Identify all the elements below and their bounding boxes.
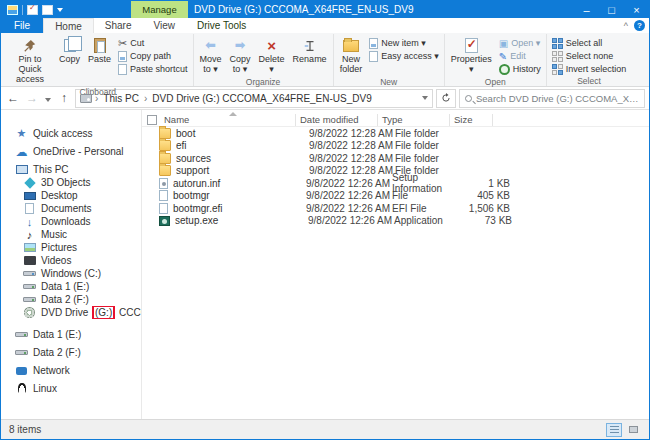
history-button[interactable]: History <box>497 63 543 75</box>
red-annotation-box: (G:) <box>92 306 115 319</box>
file-row-setup-exe[interactable]: setup.exe9/8/2022 12:26 AMApplication73 … <box>142 215 649 228</box>
easy-access-button[interactable]: Easy access ▾ <box>367 50 441 62</box>
file-row-efi[interactable]: efi9/8/2022 12:28 AMFile folder <box>142 140 649 153</box>
sidebar-item-data-1-e[interactable]: Data 1 (E:) <box>1 328 141 341</box>
ribbon: Pin to Quick access Copy Paste ✂ Cut <box>1 33 649 87</box>
refresh-icon <box>441 93 451 103</box>
address-dropdown-chevron-icon[interactable] <box>422 96 428 100</box>
copy-path-button[interactable]: Copy path <box>116 50 190 62</box>
sidebar-item-data-1-e[interactable]: Data 1 (E:) <box>1 280 141 293</box>
minimize-button[interactable]: – <box>574 1 599 18</box>
column-header-size[interactable]: Size <box>450 114 492 126</box>
column-header-name[interactable]: Name <box>157 114 295 126</box>
sidebar-item-pictures[interactable]: Pictures <box>1 241 141 254</box>
file-date: 9/8/2022 12:28 AM <box>309 128 395 139</box>
copy-button[interactable]: Copy <box>56 36 83 66</box>
sidebar-item-label: Data 2 (F:) <box>41 294 89 305</box>
file-name: bootmgr <box>173 190 306 201</box>
sidebar-item-videos[interactable]: Videos <box>1 254 141 267</box>
file-row-autorun-inf[interactable]: autorun.inf9/8/2022 12:26 AMSetup Inform… <box>142 177 649 190</box>
ribbon-group-select: Select all Select none Invert selection … <box>546 34 632 86</box>
qat-customize-chevron-icon[interactable] <box>57 8 63 12</box>
invert-selection-button[interactable]: Invert selection <box>550 63 629 75</box>
sidebar-item-label: DVD Drive (G:) CCCOMA_X64FRE_E <box>41 307 141 318</box>
help-icon[interactable]: ? <box>634 20 645 31</box>
move-to-button[interactable]: ⬅ Move to ▾ <box>197 36 225 76</box>
file-row-boot[interactable]: boot9/8/2022 12:28 AMFile folder <box>142 127 649 140</box>
new-folder-icon <box>343 37 359 54</box>
file-row-bootmgr-efi[interactable]: bootmgr.efi9/8/2022 12:26 AMEFI File1,50… <box>142 202 649 215</box>
sidebar-item-dvd-drive-g[interactable]: DVD Drive (G:) CCCOMA_X64FRE_E <box>1 306 141 319</box>
refresh-button[interactable] <box>436 89 456 108</box>
close-button[interactable]: × <box>624 1 649 18</box>
tab-file[interactable]: File <box>1 18 43 33</box>
select-all-checkbox[interactable] <box>147 115 157 125</box>
sidebar-item-desktop[interactable]: Desktop <box>1 189 141 202</box>
sidebar-item-network[interactable]: Network <box>1 364 141 377</box>
tab-share[interactable]: Share <box>94 18 143 33</box>
file-date: 9/8/2022 12:28 AM <box>309 153 395 164</box>
drive-icon <box>23 281 36 293</box>
sidebar-item-windows-c[interactable]: Windows (C:) <box>1 267 141 280</box>
new-folder-button[interactable]: New folder <box>337 36 366 76</box>
rename-button[interactable]: Rename <box>290 36 330 66</box>
copy-to-button[interactable]: ➡ Copy to ▾ <box>227 36 254 76</box>
sort-ascending-icon <box>229 112 237 116</box>
sidebar-item-onedrive-personal[interactable]: ☁OneDrive - Personal <box>1 145 141 158</box>
pictures-icon <box>23 242 36 254</box>
pin-to-quick-access-button[interactable]: Pin to Quick access <box>6 36 54 86</box>
file-type: File folder <box>395 153 471 164</box>
sidebar-item-this-pc[interactable]: This PC <box>1 163 141 176</box>
paste-shortcut-button[interactable]: Paste shortcut <box>116 63 190 75</box>
sidebar-item-label: This PC <box>33 164 69 175</box>
column-header-date-modified[interactable]: Date modified <box>296 114 377 126</box>
ribbon-group-clipboard: Pin to Quick access Copy Paste ✂ Cut <box>3 34 193 86</box>
sidebar-item-data-2-f[interactable]: Data 2 (F:) <box>1 293 141 306</box>
clipboard-group-label: Clipboard <box>6 86 190 99</box>
select-none-button[interactable]: Select none <box>550 50 629 62</box>
file-type: File folder <box>395 140 471 151</box>
tab-drive-tools[interactable]: Drive Tools <box>186 18 257 33</box>
select-all-button[interactable]: Select all <box>550 37 629 49</box>
properties-button[interactable]: Properties ▾ <box>448 36 495 76</box>
edit-button[interactable]: ✎ Edit <box>497 50 543 62</box>
qat-new-folder-icon[interactable] <box>42 5 53 15</box>
maximize-button[interactable]: □ <box>599 1 624 18</box>
details-view-icon <box>610 426 619 433</box>
file-size: 1,506 KB <box>468 203 512 214</box>
tab-home[interactable]: Home <box>43 18 94 33</box>
window-controls: – □ × <box>574 1 649 18</box>
history-clock-icon <box>499 64 510 75</box>
folder-icon <box>159 165 171 176</box>
delete-button[interactable]: × Delete ▾ <box>256 36 288 76</box>
open-button[interactable]: ▣ Open ▾ <box>497 37 543 49</box>
search-box[interactable]: Search DVD Drive (G:) CCCOMA_X64FRE_EN-U… <box>459 89 645 108</box>
tab-view[interactable]: View <box>143 18 187 33</box>
file-name: bootmgr.efi <box>173 203 306 214</box>
sidebar-item-3d-objects[interactable]: 3D Objects <box>1 176 141 189</box>
file-date: 9/8/2022 12:26 AM <box>306 178 392 189</box>
file-size: 73 KB <box>470 215 514 226</box>
this-pc-icon <box>15 164 28 176</box>
paste-button[interactable]: Paste <box>85 36 114 66</box>
column-header-type[interactable]: Type <box>378 114 449 126</box>
sidebar-item-documents[interactable]: Documents <box>1 202 141 215</box>
large-icons-view-icon <box>629 426 638 433</box>
sidebar-item-data-2-f[interactable]: Data 2 (F:) <box>1 346 141 359</box>
sidebar-item-linux[interactable]: Linux <box>1 382 141 395</box>
organize-group-label: Organize <box>197 76 330 89</box>
file-name: boot <box>176 128 309 139</box>
file-row-sources[interactable]: sources9/8/2022 12:28 AMFile folder <box>142 152 649 165</box>
window-title: DVD Drive (G:) CCCOMA_X64FRE_EN-US_DV9 <box>194 1 414 18</box>
file-row-bootmgr[interactable]: bootmgr9/8/2022 12:26 AMFile405 KB <box>142 190 649 203</box>
sidebar-item-quick-access[interactable]: ★Quick access <box>1 127 141 140</box>
sidebar-item-downloads[interactable]: ↓Downloads <box>1 215 141 228</box>
new-item-button[interactable]: New item ▾ <box>367 37 441 49</box>
large-icons-view-button[interactable] <box>625 423 641 437</box>
cut-button[interactable]: ✂ Cut <box>116 37 190 49</box>
sidebar-item-music[interactable]: ♪Music <box>1 228 141 241</box>
details-view-button[interactable] <box>606 423 622 437</box>
collapse-ribbon-icon[interactable]: ^ <box>624 21 628 31</box>
file-explorer-window: Manage DVD Drive (G:) CCCOMA_X64FRE_EN-U… <box>0 0 650 440</box>
qat-properties-icon[interactable] <box>27 5 38 15</box>
